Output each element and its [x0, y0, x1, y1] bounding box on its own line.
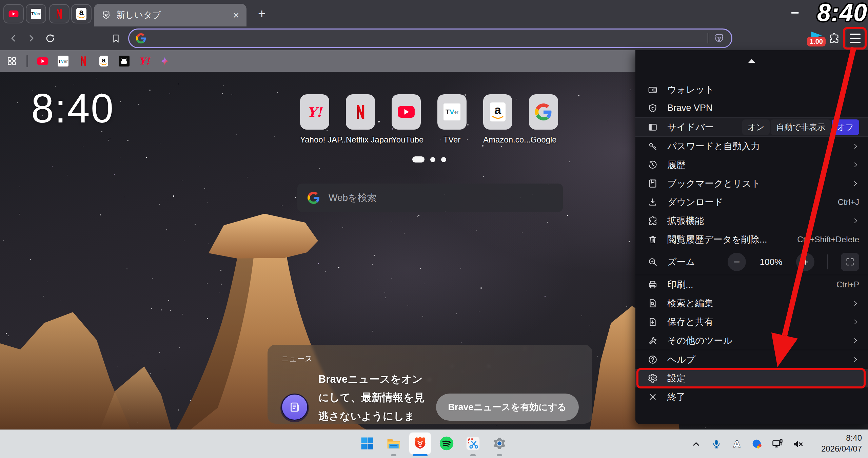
menu-item-label: 終了 [667, 391, 859, 403]
yahoo-icon: Y! [307, 104, 322, 120]
shortcut-label: Google [529, 135, 558, 145]
menu-item-more-tools[interactable]: その他のツール [635, 331, 868, 350]
new-tab-button[interactable]: + [255, 7, 269, 20]
sidebar-option-1[interactable]: 自動で非表示 [771, 119, 831, 135]
tab-close-icon[interactable]: × [233, 10, 239, 20]
rewards-badge[interactable]: 1.00 [807, 37, 826, 46]
tray-assistant-icon[interactable] [751, 438, 763, 450]
sidebar-option-2[interactable]: オフ [832, 119, 859, 135]
menu-item-sidebar[interactable]: サイドバーオン自動で非表示オフ [635, 118, 868, 136]
amazon-icon: a [490, 102, 506, 121]
reload-button[interactable] [42, 26, 58, 50]
menu-item-exit[interactable]: 終了 [635, 387, 868, 406]
minimize-button[interactable] [791, 12, 799, 14]
menu-item-zoom[interactable]: ズーム− 100% + [635, 249, 868, 275]
bookmark-icon[interactable] [108, 26, 124, 50]
ntp-search-input[interactable] [328, 192, 553, 204]
taskbar-clock[interactable]: 8:40 2026/04/07 [821, 433, 862, 455]
menu-item-search-edit[interactable]: 検索と編集 [635, 294, 868, 312]
menu-shortcut: Ctrl+P [836, 280, 859, 289]
help-icon [648, 355, 658, 365]
pinned-tab-youtube[interactable] [3, 4, 24, 23]
menu-item-clear-browsing-data[interactable]: 閲覧履歴データを削除...Ctrl+Shift+Delete [635, 230, 868, 249]
yahoo-icon[interactable]: Y! [139, 55, 150, 67]
google-g-icon [308, 192, 320, 204]
cat-site-icon[interactable] [118, 55, 130, 67]
netflix-icon [356, 104, 365, 119]
menu-item-passwords[interactable]: パスワードと自動入力 [635, 137, 868, 155]
zoom-in-button[interactable]: + [796, 253, 814, 271]
pagination-dots[interactable] [412, 156, 446, 163]
menu-item-settings[interactable]: 設定 [635, 369, 868, 387]
gemini-icon[interactable] [159, 55, 171, 67]
extensions-puzzle-icon[interactable] [826, 26, 842, 50]
amazon-icon[interactable]: a [98, 55, 110, 67]
apps-grid-icon[interactable] [6, 55, 18, 67]
address-bar-input[interactable] [152, 33, 708, 44]
menu-item-brave-vpn[interactable]: Brave VPN [635, 99, 868, 117]
taskbar-app-spotify[interactable] [436, 433, 457, 454]
youtube-icon [397, 106, 415, 118]
tver-icon[interactable]: TVer [57, 55, 69, 67]
taskbar-app-settings[interactable] [489, 433, 510, 454]
printer-icon [648, 280, 658, 290]
page-dot[interactable] [441, 157, 446, 162]
menu-item-extensions[interactable]: 拡張機能 [635, 211, 868, 230]
taskbar-app-brave[interactable] [409, 433, 431, 454]
menu-item-downloads[interactable]: ダウンロードCtrl+J [635, 193, 868, 211]
enable-brave-news-button[interactable]: Braveニュースを有効にする [436, 394, 579, 421]
menu-item-bookmarks[interactable]: ブックマークとリスト [635, 174, 868, 193]
shortcut-label: YouTube [392, 135, 421, 145]
forward-button[interactable] [23, 26, 39, 50]
tray-microphone-icon[interactable] [710, 438, 723, 450]
tray-ime-a-icon[interactable]: A [731, 438, 743, 450]
tray-chevron-up-icon[interactable] [690, 438, 702, 450]
tver-icon: TVer [31, 9, 41, 19]
sidebar-option-0[interactable]: オン [742, 119, 770, 135]
wallet-icon [648, 84, 658, 95]
menu-item-label: ブックマークとリスト [667, 177, 842, 190]
menu-hamburger-icon[interactable] [846, 30, 865, 47]
youtube-icon[interactable] [37, 55, 48, 67]
shortcut-tile-amazon[interactable]: a Amazon.co... [483, 94, 512, 145]
menu-scroll-up[interactable] [635, 50, 868, 80]
pinned-tab-amazon[interactable]: a [71, 4, 92, 23]
menu-item-history[interactable]: 履歴 [635, 155, 868, 174]
taskbar-app-windows-start[interactable] [356, 433, 378, 454]
taskbar: A 8:40 2026/04/07 [0, 430, 868, 458]
menu-item-wallet[interactable]: ウォレット [635, 80, 868, 99]
tab-new-tab[interactable]: 新しいタブ × [94, 4, 246, 26]
menu-item-save-share[interactable]: 保存と共有 [635, 312, 868, 331]
taskbar-app-file-explorer[interactable] [383, 433, 405, 454]
pinned-tab-tver[interactable]: TVer [26, 4, 46, 23]
menu-item-print[interactable]: 印刷...Ctrl+P [635, 275, 868, 294]
toolbar: 1.00 [0, 26, 868, 50]
shortcut-label: Amazon.co... [483, 135, 512, 145]
shortcut-tile-youtube[interactable]: YouTube [392, 94, 421, 145]
shortcut-tile-yahoo[interactable]: Y! Yahoo! JAP... [300, 94, 329, 145]
menu-item-help[interactable]: ヘルプ [635, 350, 868, 369]
fullscreen-button[interactable] [841, 253, 859, 271]
brave-shield-icon[interactable] [714, 33, 725, 44]
doc-search-icon [648, 298, 658, 308]
history-icon [648, 160, 658, 170]
netflix-icon[interactable] [78, 55, 89, 67]
shortcut-tile-google[interactable]: Google [529, 94, 558, 145]
tray-display-cast-icon[interactable] [771, 438, 784, 450]
page-dot-active[interactable] [412, 156, 425, 163]
ntp-search-box[interactable] [297, 184, 563, 212]
pinned-tab-netflix[interactable] [49, 4, 70, 23]
shortcut-tile-tver[interactable]: TVer TVer [437, 94, 467, 145]
amazon-icon: a [76, 8, 86, 20]
page-dot[interactable] [430, 157, 435, 162]
spotify-icon [439, 436, 454, 451]
zoom-out-button[interactable]: − [728, 253, 746, 271]
trash-icon [648, 234, 658, 245]
tray-volume-muted-icon[interactable] [792, 438, 804, 450]
address-bar[interactable] [128, 28, 732, 48]
taskbar-app-snipping-tool[interactable] [462, 433, 484, 454]
tab-title: 新しいタブ [116, 9, 228, 21]
bookmarks-separator [26, 55, 28, 67]
shortcut-tile-netflix[interactable]: Netflix Japan [346, 94, 375, 145]
back-button[interactable] [5, 26, 22, 50]
